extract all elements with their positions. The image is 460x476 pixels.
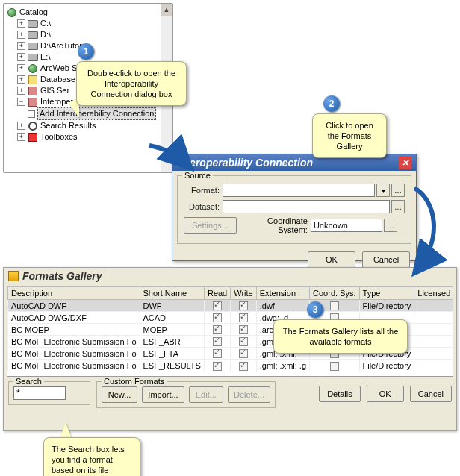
cell-licensed: [414, 324, 453, 336]
cell-read: [204, 300, 230, 312]
disk-icon: [28, 53, 38, 62]
cell-description: BC MOEP: [8, 324, 140, 336]
expand-glyph[interactable]: +: [17, 19, 25, 28]
ok-button[interactable]: OK: [367, 386, 404, 402]
col-licensed[interactable]: Licensed: [414, 287, 453, 300]
format-dropdown-button[interactable]: ▾: [376, 184, 390, 197]
col-description[interactable]: Description: [8, 287, 140, 300]
cell-short-name: ESF_ABR: [140, 336, 204, 348]
tree-label: D:\ArcTutor: [40, 40, 82, 51]
col-short-name[interactable]: Short Name: [140, 287, 204, 300]
details-button[interactable]: Details: [319, 386, 361, 402]
expand-glyph[interactable]: +: [17, 87, 25, 95]
checkbox-icon: [330, 362, 339, 371]
import-button[interactable]: Import...: [142, 386, 184, 403]
format-input[interactable]: [223, 184, 375, 197]
tree-item[interactable]: +C:\: [7, 18, 171, 29]
cell-description: AutoCAD DWF: [8, 300, 140, 312]
cancel-button[interactable]: Cancel: [362, 251, 410, 268]
cancel-button[interactable]: Cancel: [410, 386, 452, 402]
tree-root[interactable]: Catalog: [7, 7, 171, 18]
coord-browse-button[interactable]: …: [384, 219, 397, 232]
catalog-icon: [7, 8, 17, 17]
cell-write: [231, 312, 256, 324]
search-input[interactable]: *: [13, 386, 66, 400]
tree-label: Add Interoperability Connection: [37, 107, 156, 120]
custom-formats-label: Custom Formats: [102, 377, 167, 386]
checkbox-icon: [239, 362, 248, 371]
checkbox-icon: [239, 301, 248, 310]
dataset-input[interactable]: [223, 200, 390, 213]
step-badge-1: 1: [78, 43, 94, 60]
cell-licensed: [414, 300, 453, 312]
format-label: Format:: [184, 186, 220, 195]
checkbox-icon: [239, 313, 248, 322]
col-extension[interactable]: Extension: [256, 287, 309, 300]
tree-label: Toolboxes: [40, 131, 78, 143]
ellipsis-icon: …: [394, 203, 402, 211]
ok-button[interactable]: OK: [308, 251, 355, 268]
callout-2: Click to open the Formats Gallery: [312, 113, 387, 158]
checkbox-icon: [213, 313, 222, 322]
col-write[interactable]: Write: [231, 287, 256, 300]
tree-item-add-interop[interactable]: Add Interoperability Connection: [7, 107, 171, 120]
cell-read: [204, 324, 230, 336]
delete-button: Delete...: [228, 386, 270, 403]
cell-write: [231, 300, 256, 312]
tree-label: C:\: [40, 18, 51, 29]
tree-item[interactable]: +D:\: [7, 29, 171, 40]
tree-label: Search Results: [40, 120, 96, 131]
cell-extension: .dwf: [256, 300, 309, 312]
tree-item[interactable]: +Search Results: [7, 120, 171, 131]
expand-glyph[interactable]: +: [17, 53, 25, 61]
format-browse-button[interactable]: …: [391, 184, 405, 197]
cell-description: BC MoF Electronic Submission Fo: [8, 336, 140, 348]
callout-search-tail: [60, 422, 72, 439]
expand-glyph[interactable]: +: [17, 31, 25, 39]
cell-write: [231, 336, 256, 348]
ellipsis-icon: …: [394, 187, 402, 195]
coord-input[interactable]: Unknown: [311, 219, 382, 232]
checkbox-icon: [213, 362, 222, 371]
expand-glyph[interactable]: +: [17, 75, 25, 84]
new-button[interactable]: New...: [102, 386, 137, 403]
scroll-up-button[interactable]: ▲: [161, 4, 172, 16]
tree-label: E:\: [40, 51, 50, 63]
cell-description: BC MoF Electronic Submission Fo: [8, 360, 140, 372]
disk-icon: [28, 19, 38, 28]
coord-label: Coordinate System:: [237, 216, 308, 234]
source-group-label: Source: [182, 171, 213, 180]
dataset-browse-button[interactable]: …: [391, 200, 405, 213]
col-coord-sys[interactable]: Coord. Sys.: [310, 287, 359, 300]
callout-1: Double-click to open the Interoperabilit…: [76, 61, 187, 106]
formats-gallery-title: Formats Gallery: [22, 270, 102, 282]
col-type[interactable]: Type: [359, 287, 414, 300]
interop-title: Interoperability Connection: [177, 157, 313, 169]
cell-type: File/Directory: [359, 360, 414, 372]
checkbox-icon: [213, 337, 222, 346]
expand-glyph[interactable]: +: [17, 133, 25, 141]
cell-licensed: [414, 312, 453, 324]
expand-glyph[interactable]: +: [17, 122, 25, 130]
cell-coord: [310, 360, 359, 372]
red-icon: [28, 133, 38, 142]
chevron-up-icon: ▲: [164, 6, 170, 13]
cell-licensed: [414, 360, 453, 372]
expand-glyph[interactable]: +: [17, 64, 25, 72]
checkbox-icon: [213, 301, 222, 310]
disk-icon: [28, 31, 38, 40]
col-read[interactable]: Read: [204, 287, 230, 300]
db-icon: [28, 75, 38, 84]
chevron-down-icon: ▾: [382, 187, 385, 195]
settings-button: Settings...: [184, 217, 237, 234]
expand-glyph[interactable]: +: [17, 42, 25, 50]
checkbox-icon: [239, 337, 248, 346]
cell-description: AutoCAD DWG/DXF: [8, 312, 140, 324]
close-icon[interactable]: ✕: [399, 157, 411, 169]
disk-icon: [28, 42, 38, 51]
tree-item[interactable]: +Toolboxes: [7, 131, 171, 143]
cell-read: [204, 348, 230, 360]
expand-glyph[interactable]: −: [17, 98, 25, 106]
table-row[interactable]: AutoCAD DWFDWF.dwfFile/Directory: [8, 300, 454, 312]
table-row[interactable]: BC MoF Electronic Submission FoESF_RESUL…: [8, 360, 454, 372]
